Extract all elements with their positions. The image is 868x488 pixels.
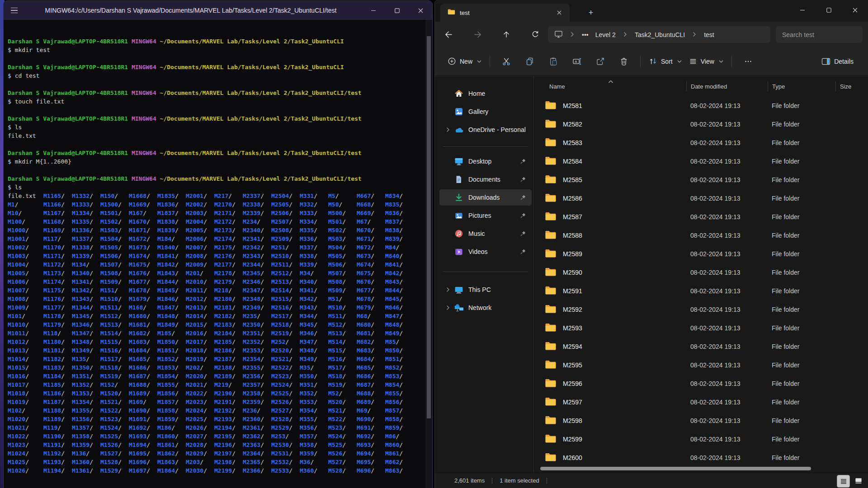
file-row-m2587[interactable]: M258708-02-2024 19:13File folder bbox=[536, 207, 868, 226]
sidebar-item-network[interactable]: Network bbox=[439, 300, 532, 316]
file-row-m2582[interactable]: M258208-02-2024 19:13File folder bbox=[536, 115, 868, 133]
fs-entry: M1864/ bbox=[157, 466, 186, 475]
file-row-m2591[interactable]: M259108-02-2024 19:13File folder bbox=[536, 282, 868, 300]
date-modified: 08-02-2024 19:13 bbox=[686, 417, 768, 424]
column-header-size[interactable]: Size bbox=[835, 81, 868, 91]
more-options-icon[interactable] bbox=[738, 53, 758, 70]
sidebar-item-home[interactable]: Home bbox=[439, 85, 532, 102]
folder-icon bbox=[545, 249, 557, 259]
fs-entry: M1518/ bbox=[100, 363, 129, 372]
breadcrumb-item-task2-ubuntucli[interactable]: Task2_UbuntuCLI bbox=[635, 31, 685, 38]
terminal-titlebar[interactable]: MINGW64:/c/Users/Darshan S Vajrawad/Docu… bbox=[4, 1, 432, 20]
cut-button[interactable] bbox=[496, 53, 516, 70]
status-bar: 2,601 items 1 item selected bbox=[435, 473, 868, 488]
file-row-m2583[interactable]: M258308-02-2024 19:13File folder bbox=[536, 133, 868, 152]
refresh-button[interactable] bbox=[525, 26, 545, 42]
folder-icon bbox=[545, 304, 557, 315]
date-modified: 08-02-2024 19:13 bbox=[686, 287, 768, 295]
sort-button[interactable]: Sort bbox=[645, 54, 685, 68]
fs-entry: M1529/ bbox=[100, 466, 129, 475]
fs-entry: M520/ bbox=[328, 398, 357, 406]
horizontal-scrollbar-thumb[interactable] bbox=[540, 467, 811, 470]
copy-button[interactable] bbox=[520, 53, 540, 70]
sidebar-item-this-pc[interactable]: This PC bbox=[439, 282, 532, 298]
sidebar-item-videos[interactable]: Videos bbox=[439, 244, 532, 260]
file-row-m2585[interactable]: M258508-02-2024 19:13File folder bbox=[536, 170, 868, 189]
expand-chevron-icon[interactable] bbox=[443, 287, 453, 292]
close-button[interactable] bbox=[409, 1, 432, 20]
file-row-m2588[interactable]: M258808-02-2024 19:13File folder bbox=[536, 226, 868, 244]
pane-divider[interactable] bbox=[533, 76, 534, 473]
fs-entry: M862/ bbox=[385, 458, 414, 466]
sidebar-item-documents[interactable]: Documents bbox=[439, 171, 532, 188]
menu-icon[interactable] bbox=[4, 1, 24, 20]
sidebar-item-downloads[interactable]: Downloads bbox=[439, 189, 532, 206]
date-modified: 08-02-2024 19:13 bbox=[686, 232, 768, 239]
file-row-m2599[interactable]: M259908-02-2024 19:13File folder bbox=[536, 430, 868, 448]
file-row-m2586[interactable]: M258608-02-2024 19:13File folder bbox=[536, 189, 868, 207]
expand-chevron-icon[interactable] bbox=[443, 127, 453, 132]
maximize-button[interactable] bbox=[385, 1, 409, 20]
breadcrumb-item-level-2[interactable]: Level 2 bbox=[595, 31, 616, 38]
search-input[interactable] bbox=[776, 26, 863, 43]
this-pc-icon[interactable] bbox=[554, 30, 563, 40]
view-button[interactable]: View bbox=[685, 55, 727, 68]
sidebar-item-desktop[interactable]: Desktop bbox=[439, 153, 532, 169]
sidebar-item-pictures[interactable]: Pictures bbox=[439, 207, 532, 224]
file-row-m2597[interactable]: M259708-02-2024 19:13File folder bbox=[536, 393, 868, 411]
close-button[interactable] bbox=[842, 0, 868, 20]
file-row-m2592[interactable]: M259208-02-2024 19:13File folder bbox=[536, 300, 868, 319]
file-row-m2598[interactable]: M259808-02-2024 19:13File folder bbox=[536, 411, 868, 430]
minimize-button[interactable] bbox=[362, 1, 385, 20]
fs-entry: M684/ bbox=[357, 355, 385, 363]
column-header-date-modified[interactable]: Date modified bbox=[686, 81, 768, 91]
search-box[interactable] bbox=[776, 26, 863, 43]
sidebar-item-onedrive-personal[interactable]: OneDrive - Personal bbox=[439, 122, 532, 138]
breadcrumb-item-test[interactable]: test bbox=[704, 31, 714, 38]
file-row-m2593[interactable]: M259308-02-2024 19:13File folder bbox=[536, 319, 868, 337]
file-row-m2589[interactable]: M258908-02-2024 19:13File folder bbox=[536, 244, 868, 263]
chevron-right-icon bbox=[570, 31, 575, 38]
horizontal-scrollbar[interactable] bbox=[540, 467, 855, 471]
tab-test[interactable]: test bbox=[440, 4, 570, 22]
pictures-icon bbox=[453, 211, 465, 220]
file-row-m2595[interactable]: M259508-02-2024 19:13File folder bbox=[536, 356, 868, 374]
file-row-m2596[interactable]: M259608-02-2024 19:13File folder bbox=[536, 374, 868, 393]
details-view-toggle[interactable] bbox=[837, 475, 850, 488]
file-row-m2590[interactable]: M259008-02-2024 19:13File folder bbox=[536, 263, 868, 282]
back-button[interactable] bbox=[439, 26, 458, 42]
file-row-m2581[interactable]: M258108-02-2024 19:13File folder bbox=[536, 96, 868, 115]
sidebar-item-gallery[interactable]: Gallery bbox=[439, 103, 532, 120]
new-button[interactable]: New bbox=[444, 54, 485, 68]
terminal-viewport[interactable]: Darshan S Vajrawad@LAPTOP-4BR518R1 MINGW… bbox=[4, 20, 432, 488]
paste-button[interactable] bbox=[543, 53, 563, 70]
file-row-m2600[interactable]: M260008-02-2024 19:13File folder bbox=[536, 448, 868, 467]
breadcrumb[interactable]: •••Level 2Task2_UbuntuCLItest bbox=[548, 26, 770, 43]
share-button[interactable] bbox=[590, 53, 610, 70]
terminal-scrollbar[interactable] bbox=[425, 20, 432, 488]
maximize-button[interactable] bbox=[816, 0, 842, 20]
expand-chevron-icon[interactable] bbox=[443, 305, 453, 310]
column-header-type[interactable]: Type bbox=[768, 81, 835, 91]
details-pane-button[interactable]: Details bbox=[818, 55, 857, 68]
terminal-scrollbar-thumb[interactable] bbox=[427, 36, 431, 418]
tab-close-icon[interactable] bbox=[553, 7, 565, 19]
fs-entry: M36/ bbox=[300, 458, 328, 466]
file-row-m2584[interactable]: M258408-02-2024 19:13File folder bbox=[536, 152, 868, 170]
minimize-button[interactable] bbox=[789, 0, 816, 20]
rename-button[interactable]: A bbox=[567, 53, 587, 70]
forward-button[interactable] bbox=[467, 26, 487, 42]
fs-entry: M1006/ bbox=[8, 277, 43, 286]
command-line: $ ls bbox=[8, 183, 425, 192]
fs-entry: M1853/ bbox=[157, 363, 186, 372]
fs-entry: M1670/ bbox=[129, 217, 157, 226]
up-button[interactable] bbox=[496, 26, 516, 42]
fs-entry: M1000/ bbox=[8, 226, 43, 235]
fs-entry: M504/ bbox=[328, 243, 357, 252]
file-row-m2594[interactable]: M259408-02-2024 19:13File folder bbox=[536, 337, 868, 356]
sidebar-item-music[interactable]: Music bbox=[439, 225, 532, 242]
new-tab-button[interactable]: + bbox=[584, 6, 598, 19]
thumbnail-view-toggle[interactable] bbox=[852, 475, 864, 487]
delete-button[interactable] bbox=[614, 53, 634, 70]
breadcrumb-overflow[interactable]: ••• bbox=[582, 31, 589, 38]
